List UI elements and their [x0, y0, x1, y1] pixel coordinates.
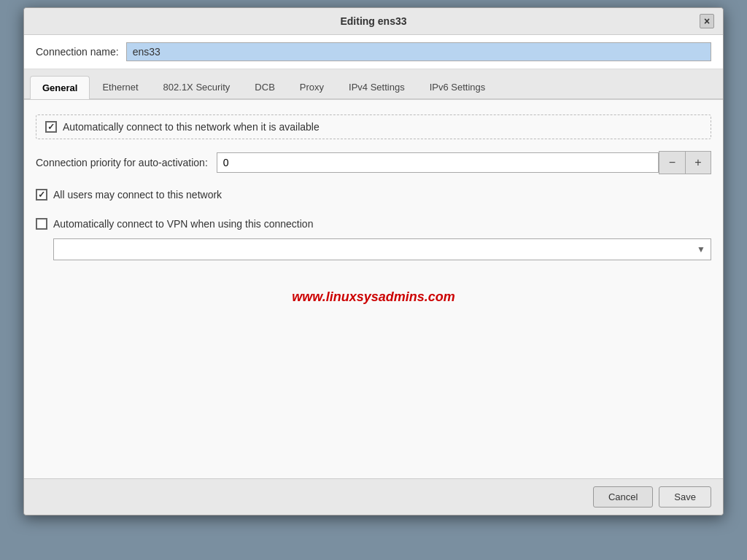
- vpn-container: Automatically connect to VPN when using …: [36, 215, 711, 233]
- priority-decrement-button[interactable]: −: [659, 151, 685, 174]
- tab-dcb[interactable]: DCB: [242, 75, 287, 98]
- all-users-checkbox[interactable]: [36, 189, 47, 201]
- vpn-dropdown-select[interactable]: [53, 238, 711, 260]
- priority-row: Connection priority for auto-activation:…: [36, 151, 711, 174]
- dialog-footer: Cancel Save: [24, 478, 723, 515]
- cancel-button[interactable]: Cancel: [593, 486, 653, 508]
- auto-connect-label: Automatically connect to this network wh…: [63, 121, 320, 133]
- tab-general[interactable]: General: [30, 76, 90, 99]
- dialog-overlay: Editing ens33 × Connection name: General…: [0, 0, 747, 560]
- connection-name-label: Connection name:: [36, 46, 119, 58]
- vpn-checkbox[interactable]: [36, 218, 47, 230]
- tab-content-general: Automatically connect to this network wh…: [24, 99, 723, 478]
- vpn-dropdown-row: ▼: [53, 238, 711, 260]
- auto-connect-container: Automatically connect to this network wh…: [36, 114, 711, 139]
- priority-input-group: − +: [217, 151, 711, 174]
- all-users-row: All users may connect to this network: [36, 186, 711, 203]
- vpn-dropdown-wrapper: ▼: [53, 238, 711, 260]
- connection-name-input[interactable]: [126, 42, 711, 61]
- tab-proxy[interactable]: Proxy: [287, 75, 336, 98]
- close-button[interactable]: ×: [700, 14, 714, 28]
- tab-ipv6-settings[interactable]: IPv6 Settings: [417, 75, 498, 98]
- tab-ipv4-settings[interactable]: IPv4 Settings: [336, 75, 417, 98]
- priority-label: Connection priority for auto-activation:: [36, 157, 208, 168]
- priority-increment-button[interactable]: +: [685, 151, 711, 174]
- dialog: Editing ens33 × Connection name: General…: [23, 7, 724, 516]
- connection-name-row: Connection name:: [24, 35, 723, 69]
- tab-8021x-security[interactable]: 802.1X Security: [151, 75, 243, 98]
- priority-input[interactable]: [217, 152, 659, 173]
- all-users-container: All users may connect to this network: [36, 186, 711, 203]
- tabs-bar: General Ethernet 802.1X Security DCB Pro…: [24, 69, 723, 99]
- vpn-label: Automatically connect to VPN when using …: [53, 218, 313, 230]
- auto-connect-checkbox[interactable]: [45, 121, 57, 133]
- dialog-title: Editing ens33: [47, 15, 700, 27]
- auto-connect-row: Automatically connect to this network wh…: [36, 114, 711, 139]
- dialog-titlebar: Editing ens33 ×: [24, 8, 723, 35]
- watermark: www.linuxsysadmins.com: [36, 289, 711, 305]
- vpn-row: Automatically connect to VPN when using …: [36, 215, 711, 233]
- tab-ethernet[interactable]: Ethernet: [90, 75, 150, 98]
- all-users-label: All users may connect to this network: [53, 189, 222, 201]
- save-button[interactable]: Save: [659, 486, 711, 508]
